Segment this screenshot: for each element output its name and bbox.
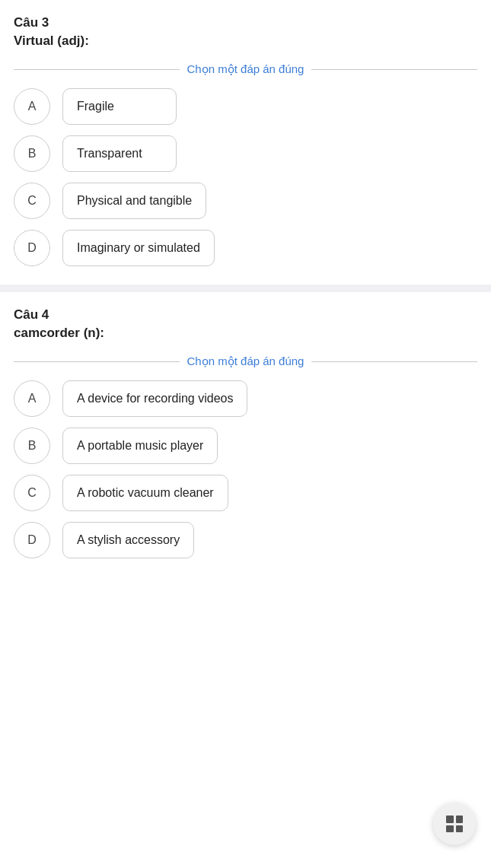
option-box-q3-a[interactable]: Fragile <box>62 88 177 125</box>
question-block-q3: Câu 3Virtual (adj):Chọn một đáp án đúngA… <box>0 0 491 266</box>
option-box-q3-d[interactable]: Imaginary or simulated <box>62 230 215 266</box>
option-circle-q4-d[interactable]: D <box>14 522 50 558</box>
option-circle-q4-a[interactable]: A <box>14 380 50 417</box>
question-label-q3: Câu 3 <box>14 15 477 30</box>
question-word-q4: camcorder (n): <box>14 326 477 341</box>
option-box-q4-c[interactable]: A robotic vacuum cleaner <box>62 475 228 511</box>
option-box-q3-c[interactable]: Physical and tangible <box>62 183 206 219</box>
divider-line-left <box>14 69 180 70</box>
fab-button[interactable] <box>433 803 476 845</box>
option-box-q4-a[interactable]: A device for recording videos <box>62 380 247 417</box>
option-circle-q4-b[interactable]: B <box>14 428 50 464</box>
question-word-q3: Virtual (adj): <box>14 33 477 49</box>
option-circle-q3-c[interactable]: C <box>14 183 50 219</box>
option-row-q3-c[interactable]: CPhysical and tangible <box>14 183 477 219</box>
divider-q3: Chọn một đáp án đúng <box>14 62 477 76</box>
divider-line-left <box>14 361 180 362</box>
option-box-q3-b[interactable]: Transparent <box>62 135 177 172</box>
divider-line-right <box>311 69 477 70</box>
divider-label: Chọn một đáp án đúng <box>187 62 304 76</box>
question-block-q4: Câu 4camcorder (n):Chọn một đáp án đúngA… <box>0 292 491 558</box>
grid-icon <box>446 816 463 832</box>
option-row-q4-a[interactable]: AA device for recording videos <box>14 380 477 417</box>
question-separator <box>0 285 491 292</box>
divider-q4: Chọn một đáp án đúng <box>14 355 477 368</box>
divider-line-right <box>311 361 477 362</box>
question-label-q4: Câu 4 <box>14 307 477 323</box>
option-circle-q3-b[interactable]: B <box>14 135 50 172</box>
divider-label: Chọn một đáp án đúng <box>187 355 304 368</box>
option-row-q4-d[interactable]: DA stylish accessory <box>14 522 477 558</box>
option-circle-q3-a[interactable]: A <box>14 88 50 125</box>
option-circle-q4-c[interactable]: C <box>14 475 50 511</box>
option-row-q3-b[interactable]: BTransparent <box>14 135 477 172</box>
option-row-q3-d[interactable]: DImaginary or simulated <box>14 230 477 266</box>
option-row-q4-b[interactable]: BA portable music player <box>14 428 477 464</box>
option-circle-q3-d[interactable]: D <box>14 230 50 266</box>
option-box-q4-b[interactable]: A portable music player <box>62 428 218 464</box>
option-box-q4-d[interactable]: A stylish accessory <box>62 522 194 558</box>
option-row-q3-a[interactable]: AFragile <box>14 88 477 125</box>
option-row-q4-c[interactable]: CA robotic vacuum cleaner <box>14 475 477 511</box>
